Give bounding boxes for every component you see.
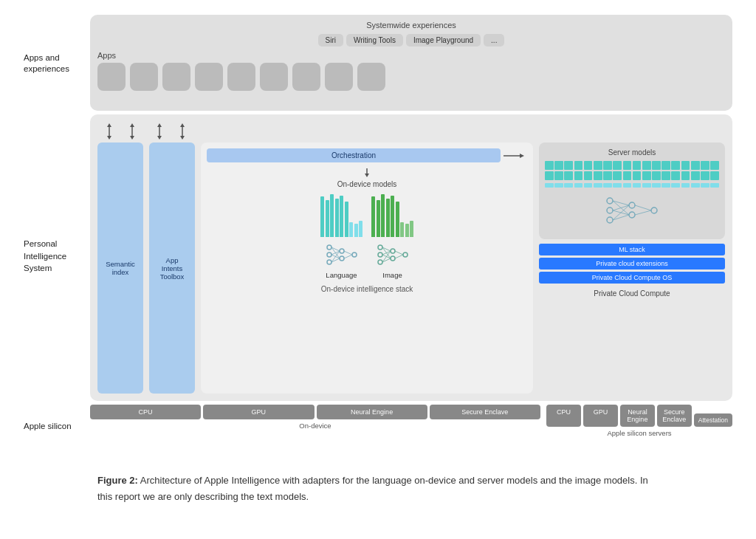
svg-line-57 — [635, 210, 651, 215]
figure-caption-text: Architecture of Apple Intelligence with … — [97, 475, 648, 502]
svg-marker-5 — [130, 136, 134, 140]
app-icon — [162, 63, 190, 91]
server-neural-net-area — [545, 192, 719, 229]
server-secure-enclave-chip: Secure Enclave — [657, 405, 692, 427]
image-neural-net-svg — [374, 240, 411, 270]
lang-bar-small — [349, 222, 353, 237]
svg-point-48 — [629, 212, 635, 218]
svg-line-43 — [395, 255, 403, 258]
on-device-models-label: On-device models — [207, 180, 527, 188]
svg-marker-4 — [130, 123, 134, 127]
app-icon — [292, 63, 320, 91]
app-icons-row — [97, 63, 725, 91]
ondevice-silicon: CPU GPU Neural Engine Secure Enclave On-… — [90, 405, 540, 455]
attestation-box: Attestation — [694, 413, 732, 427]
orchestration-arrow-right — [504, 151, 527, 161]
server-chips-row-wrapper: CPU GPU Neural Engine Secure Enclave Att… — [546, 405, 732, 427]
orch-down-arrow — [207, 168, 527, 177]
arrows-appintents — [148, 123, 193, 140]
bidirectional-arrows-area — [97, 122, 725, 140]
pis-block: Semanticindex AppIntentsToolbox Orchestr… — [90, 114, 732, 401]
orchestration-row: Orchestration — [207, 148, 527, 162]
siri-chip: Siri — [318, 34, 343, 47]
img-bar-small — [405, 224, 409, 237]
arrows-semantic — [97, 123, 143, 140]
server-neural-net-svg — [602, 192, 662, 229]
svg-point-44 — [607, 198, 613, 204]
private-cloud-panel: Server models — [539, 143, 725, 394]
private-cloud-compute-os-bar: Private Cloud Compute OS — [539, 272, 725, 284]
lang-bar — [330, 194, 334, 237]
svg-point-19 — [340, 249, 344, 253]
app-icon — [260, 63, 288, 91]
svg-point-45 — [607, 207, 613, 213]
svg-marker-2 — [107, 136, 111, 140]
lang-bar-small — [359, 221, 362, 237]
svg-point-17 — [327, 253, 331, 257]
label-personal-intelligence: Personal Intelligence System — [24, 112, 90, 400]
server-silicon-label: Apple silicon servers — [607, 429, 671, 437]
svg-point-18 — [327, 260, 331, 264]
svg-point-47 — [629, 202, 635, 208]
main-content: Systemwide experiences Siri Writing Tool… — [90, 15, 732, 455]
ondevice-gpu-chip: GPU — [203, 405, 314, 419]
figure-caption: Figure 2: Architecture of Apple Intellig… — [97, 473, 659, 505]
img-bar — [371, 196, 375, 237]
architecture-diagram: Apps and experiences Personal Intelligen… — [24, 15, 732, 455]
svg-line-42 — [395, 251, 403, 255]
svg-point-20 — [340, 256, 344, 261]
svg-line-56 — [635, 205, 651, 210]
server-models-title: Server models — [545, 148, 719, 157]
on-device-stack-label: On-device intelligence stack — [207, 285, 527, 293]
img-bar — [381, 194, 385, 237]
server-models-box: Server models — [539, 143, 725, 239]
ondevice-label: On-device — [299, 422, 331, 430]
pis-inner: Semanticindex AppIntentsToolbox Orchestr… — [97, 143, 725, 394]
image-model-bars — [371, 193, 413, 237]
image-model-label: Image — [382, 271, 402, 279]
svg-line-28 — [344, 251, 352, 255]
app-icon — [325, 63, 353, 91]
arrow-up-down-1 — [106, 123, 112, 140]
image-playground-chip: Image Playground — [406, 34, 481, 47]
lang-bar — [320, 196, 324, 237]
server-silicon: CPU GPU Neural Engine Secure Enclave Att… — [546, 405, 732, 455]
orch-down-arrow-svg — [363, 168, 371, 177]
figure-number: Figure 2: — [97, 475, 138, 486]
svg-marker-7 — [157, 123, 162, 127]
svg-point-32 — [378, 260, 382, 264]
arrow-up-down-3 — [157, 123, 162, 140]
server-neural-engine-chip: Neural Engine — [620, 405, 655, 427]
apps-label: Apps — [97, 51, 725, 60]
row-labels: Apps and experiences Personal Intelligen… — [24, 15, 90, 455]
private-cloud-stacks: ML stack Private cloud extensions Privat… — [539, 244, 725, 284]
img-bar-small — [400, 222, 404, 237]
systemwide-chips-row: Siri Writing Tools Image Playground ... — [97, 34, 725, 47]
label-apps-experiences: Apps and experiences — [24, 15, 90, 112]
language-model-bars — [320, 193, 362, 237]
server-cpu-chip: CPU — [546, 405, 581, 427]
svg-point-21 — [352, 253, 357, 257]
svg-point-34 — [391, 256, 395, 261]
svg-marker-11 — [180, 136, 185, 140]
server-bars-small — [545, 183, 719, 188]
svg-point-46 — [607, 217, 613, 223]
img-bar — [396, 202, 399, 237]
svg-marker-1 — [107, 123, 111, 127]
language-model-label: Language — [326, 271, 357, 279]
svg-marker-13 — [520, 154, 524, 158]
svg-marker-10 — [180, 123, 185, 127]
app-icon — [130, 63, 158, 91]
private-cloud-compute-label: Private Cloud Compute — [539, 289, 725, 298]
lang-bar — [345, 202, 348, 237]
ondevice-neural-engine-chip: Neural Engine — [317, 405, 427, 419]
svg-line-29 — [344, 255, 352, 258]
svg-point-30 — [378, 245, 382, 250]
svg-point-31 — [378, 253, 382, 257]
more-chip: ... — [484, 34, 504, 47]
label-apple-silicon: Apple silicon — [24, 400, 90, 452]
ondevice-cpu-chip: CPU — [90, 405, 201, 419]
writing-tools-chip: Writing Tools — [346, 34, 403, 47]
svg-point-33 — [391, 249, 395, 253]
server-chips-row: CPU GPU Neural Engine Secure Enclave — [546, 405, 692, 427]
